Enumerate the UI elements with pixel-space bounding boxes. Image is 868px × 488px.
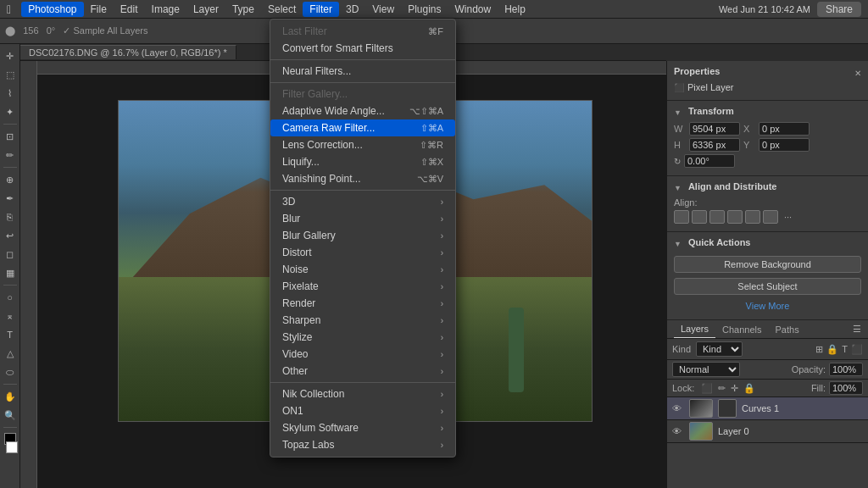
filter-menu-lens[interactable]: Lens Correction... ⇧⌘R — [270, 136, 455, 153]
dropdown-overlay: Last Filter ⌘F Convert for Smart Filters… — [0, 0, 868, 488]
arrow-blur-gallery-icon: › — [441, 231, 443, 241]
filter-menu-pixelate[interactable]: Pixelate › — [270, 278, 455, 295]
filter-menu-neural[interactable]: Neural Filters... — [270, 63, 455, 80]
divider-1 — [270, 59, 455, 60]
filter-menu-render[interactable]: Render › — [270, 295, 455, 312]
filter-menu-noise[interactable]: Noise › — [270, 261, 455, 278]
arrow-pixelate-icon: › — [441, 282, 443, 291]
filter-menu-adaptive[interactable]: Adaptive Wide Angle... ⌥⇧⌘A — [270, 103, 455, 119]
filter-menu-vanishing[interactable]: Vanishing Point... ⌥⌘V — [270, 170, 455, 187]
divider-4 — [270, 382, 455, 383]
arrow-blur-icon: › — [441, 214, 443, 224]
filter-menu-3d[interactable]: 3D › — [270, 193, 455, 210]
lens-shortcut: ⇧⌘R — [420, 140, 443, 151]
filter-dropdown-menu: Last Filter ⌘F Convert for Smart Filters… — [270, 19, 456, 458]
arrow-video-icon: › — [441, 350, 443, 359]
filter-menu-stylize[interactable]: Stylize › — [270, 329, 455, 346]
arrow-skylum-icon: › — [441, 424, 443, 433]
filter-menu-distort[interactable]: Distort › — [270, 244, 455, 261]
arrow-render-icon: › — [441, 299, 443, 308]
arrow-on1-icon: › — [441, 407, 443, 416]
arrow-sharpen-icon: › — [441, 316, 443, 325]
camera-raw-shortcut: ⇧⌘A — [420, 123, 443, 134]
filter-menu-camera-raw[interactable]: Camera Raw Filter... ⇧⌘A — [270, 119, 455, 136]
filter-menu-last-filter[interactable]: Last Filter ⌘F — [270, 23, 455, 40]
arrow-noise-icon: › — [441, 265, 443, 274]
vanishing-shortcut: ⌥⌘V — [417, 174, 443, 185]
filter-menu-sharpen[interactable]: Sharpen › — [270, 312, 455, 329]
filter-menu-nik[interactable]: Nik Collection › — [270, 385, 455, 402]
filter-menu-blur[interactable]: Blur › — [270, 210, 455, 227]
arrow-topaz-icon: › — [441, 441, 443, 450]
filter-menu-liquify[interactable]: Liquify... ⇧⌘X — [270, 153, 455, 170]
adaptive-shortcut: ⌥⇧⌘A — [409, 106, 443, 117]
last-filter-shortcut: ⌘F — [428, 26, 443, 37]
filter-menu-on1[interactable]: ON1 › — [270, 402, 455, 419]
arrow-distort-icon: › — [441, 248, 443, 258]
arrow-stylize-icon: › — [441, 333, 443, 342]
filter-menu-blur-gallery[interactable]: Blur Gallery › — [270, 227, 455, 244]
arrow-3d-icon: › — [441, 197, 443, 207]
filter-menu-video[interactable]: Video › — [270, 346, 455, 363]
filter-menu-other[interactable]: Other › — [270, 363, 455, 380]
divider-2 — [270, 82, 455, 83]
filter-menu-gallery[interactable]: Filter Gallery... — [270, 86, 455, 103]
arrow-other-icon: › — [441, 367, 443, 376]
filter-menu-convert-smart[interactable]: Convert for Smart Filters — [270, 40, 455, 57]
filter-menu-skylum[interactable]: Skylum Software › — [270, 419, 455, 436]
liquify-shortcut: ⇧⌘X — [420, 157, 443, 168]
arrow-nik-icon: › — [441, 390, 443, 399]
filter-menu-topaz[interactable]: Topaz Labs › — [270, 436, 455, 453]
divider-3 — [270, 190, 455, 191]
